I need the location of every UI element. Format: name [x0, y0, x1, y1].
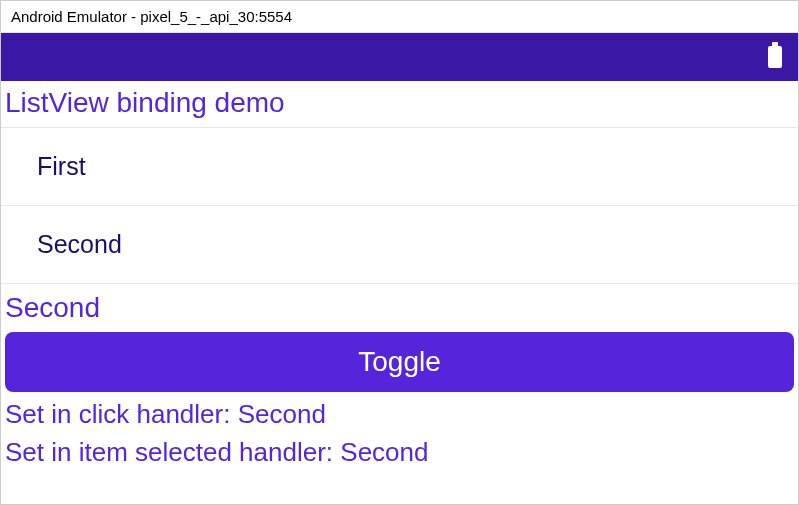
- battery-icon: [768, 46, 782, 68]
- android-status-bar[interactable]: [1, 33, 798, 81]
- page-title: ListView binding demo: [1, 81, 798, 127]
- toggle-button[interactable]: Toggle: [5, 332, 794, 392]
- emulator-title-text: Android Emulator - pixel_5_-_api_30:5554: [11, 8, 292, 25]
- list-item[interactable]: First: [1, 128, 798, 206]
- emulator-titlebar[interactable]: Android Emulator - pixel_5_-_api_30:5554: [1, 1, 798, 33]
- listview[interactable]: First Second: [1, 127, 798, 284]
- selected-value-label: Second: [1, 284, 798, 330]
- list-item[interactable]: Second: [1, 206, 798, 284]
- item-selected-handler-text: Set in item selected handler: Second: [1, 434, 798, 472]
- emulator-window: Android Emulator - pixel_5_-_api_30:5554…: [0, 0, 799, 505]
- app-content: ListView binding demo First Second Secon…: [1, 81, 798, 504]
- click-handler-text: Set in click handler: Second: [1, 396, 798, 434]
